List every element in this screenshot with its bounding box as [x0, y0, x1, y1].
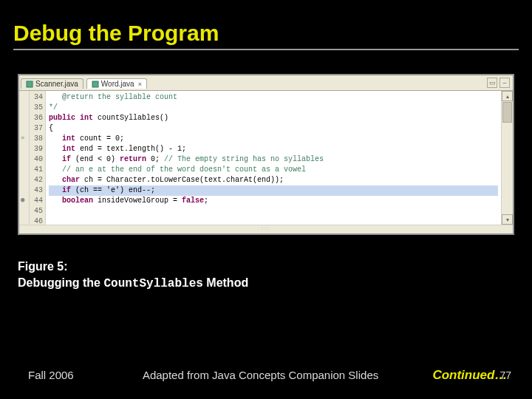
page-number: 77 [499, 369, 511, 381]
vertical-scrollbar[interactable]: ▴ ▾ [501, 91, 513, 225]
code-content: @return the syllable count*/public int c… [46, 91, 501, 225]
java-file-icon [92, 81, 99, 88]
tab-scanner[interactable]: Scanner.java [21, 78, 83, 89]
tab-label: Word.java [101, 80, 134, 88]
maximize-icon[interactable]: ▭ [487, 78, 497, 88]
footer-attribution: Adapted from Java Concepts Companion Sli… [74, 369, 433, 381]
svg-rect-0 [27, 81, 33, 87]
code-editor: »● 34353637383940414243444546 @return th… [19, 90, 513, 225]
minimize-icon[interactable]: – [499, 78, 510, 88]
caption-line1: Figure 5: [18, 259, 532, 275]
sash-grip[interactable]: ::: [19, 225, 513, 233]
line-number-gutter: 34353637383940414243444546 [30, 91, 46, 225]
svg-rect-1 [92, 81, 98, 87]
scroll-down-icon[interactable]: ▾ [502, 214, 513, 225]
ide-screenshot: Scanner.java Word.java × ▭ – »● 34353637… [18, 74, 514, 235]
close-icon[interactable]: × [138, 81, 142, 88]
tab-label: Scanner.java [35, 80, 78, 88]
editor-tabs: Scanner.java Word.java × ▭ – [19, 75, 513, 90]
java-file-icon [26, 81, 33, 88]
scrollbar-track[interactable] [502, 123, 513, 214]
scroll-up-icon[interactable]: ▴ [502, 91, 513, 101]
marker-gutter: »● [19, 91, 30, 225]
editor-toolbar: ▭ – [487, 78, 510, 88]
slide-footer: Fall 2006 Adapted from Java Concepts Com… [0, 368, 532, 383]
footer-continued: Continued…77 [432, 368, 511, 383]
scrollbar-thumb[interactable] [502, 102, 512, 123]
title-underline [13, 49, 519, 50]
slide-title: Debug the Program [13, 21, 519, 46]
tab-word[interactable]: Word.java × [86, 78, 147, 89]
caption-line2: Debugging the CountSyllables Method [18, 275, 532, 293]
footer-term: Fall 2006 [28, 369, 74, 381]
figure-caption: Figure 5: Debugging the CountSyllables M… [18, 259, 532, 292]
